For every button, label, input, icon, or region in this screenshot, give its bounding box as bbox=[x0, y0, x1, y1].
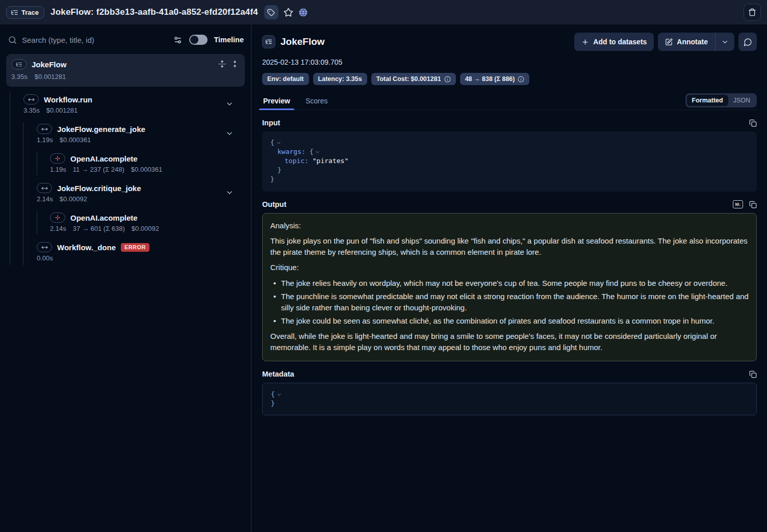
total-cost-badge: Total Cost: $0.001281 bbox=[371, 73, 456, 85]
tree-row-title: JokeFlow.generate_joke bbox=[57, 125, 145, 134]
tree-row-title: Workflow._done bbox=[57, 243, 116, 252]
star-icon bbox=[284, 8, 293, 17]
list-tree-icon bbox=[265, 38, 272, 45]
output-section-title: Output bbox=[262, 200, 287, 208]
span-type-icon bbox=[37, 183, 52, 193]
collapse-row-button[interactable] bbox=[225, 100, 234, 108]
trace-pill-icon bbox=[11, 59, 27, 69]
tree-row-openai-acomplete-1[interactable]: OpenAI.acomplete 1.19s 11 → 237 (Σ 248) … bbox=[0, 153, 251, 174]
info-icon bbox=[444, 76, 451, 83]
move-horizontal-icon bbox=[41, 185, 48, 192]
row-latency: 1.19s bbox=[37, 136, 53, 144]
move-horizontal-icon bbox=[41, 126, 48, 132]
output-analysis-text: This joke plays on the pun of "fish and … bbox=[270, 235, 749, 258]
filter-settings-icon[interactable] bbox=[173, 36, 182, 44]
tree-root-jokeflow[interactable]: JokeFlow 3.35s $0.001281 bbox=[6, 54, 245, 87]
search-icon bbox=[8, 36, 17, 44]
generation-type-icon bbox=[50, 153, 65, 164]
add-to-datasets-button[interactable]: Add to datasets bbox=[574, 33, 654, 51]
add-to-datasets-label: Add to datasets bbox=[593, 38, 647, 46]
span-type-icon bbox=[23, 94, 39, 104]
public-visibility-button[interactable] bbox=[298, 8, 308, 17]
markdown-toggle-icon[interactable]: M↓ bbox=[733, 200, 743, 208]
tree-row-title: OpenAI.acomplete bbox=[70, 154, 138, 163]
list-tree-icon bbox=[16, 61, 22, 68]
input-json-viewer[interactable]: { kwargs: { topic: "pirates" } } bbox=[262, 131, 757, 192]
pencil-square-icon bbox=[665, 38, 673, 46]
row-cost: $0.000361 bbox=[131, 166, 162, 173]
tag-button[interactable] bbox=[264, 5, 278, 19]
json-brace: { bbox=[310, 148, 314, 155]
annotate-button[interactable]: Annotate bbox=[658, 33, 715, 51]
collapse-row-button[interactable] bbox=[225, 129, 234, 138]
chevron-down-icon bbox=[721, 38, 729, 46]
unfold-vertical-icon bbox=[218, 60, 226, 68]
tree-row-title: OpenAI.acomplete bbox=[70, 214, 138, 222]
output-bullet-item: The punchline is somewhat predictable an… bbox=[270, 291, 749, 313]
tree-row-critique-joke[interactable]: JokeFlow.critique_joke 2.14s $0.00092 bbox=[0, 182, 251, 204]
metadata-section-title: Metadata bbox=[262, 370, 294, 378]
trace-header-icon bbox=[262, 35, 275, 48]
trace-tree-sidebar: Timeline JokeFlow 3.35s $0.001281 bbox=[0, 24, 251, 532]
output-bullet-item: The joke relies heavily on wordplay, whi… bbox=[270, 278, 749, 289]
copy-icon[interactable] bbox=[749, 201, 757, 208]
token-usage-badge: 48 → 838 (Σ 886) bbox=[460, 73, 530, 85]
copy-icon[interactable] bbox=[749, 119, 757, 127]
delete-trace-button[interactable] bbox=[744, 4, 761, 21]
json-string-value: "pirates" bbox=[313, 157, 348, 165]
env-badge: Env: default bbox=[262, 73, 309, 85]
info-icon bbox=[518, 76, 524, 83]
row-latency: 0.00s bbox=[37, 254, 53, 262]
collapse-caret-icon[interactable] bbox=[276, 140, 282, 146]
span-type-icon bbox=[37, 242, 52, 252]
trace-title: JokeFlow: f2bb3e13-aafb-41a0-a852-efd20f… bbox=[50, 7, 258, 17]
metadata-json-viewer[interactable]: { } bbox=[262, 383, 757, 415]
collapse-row-button[interactable] bbox=[225, 189, 234, 197]
tree-row-title: JokeFlow.critique_joke bbox=[57, 184, 141, 193]
trace-type-badge: Trace bbox=[6, 6, 44, 19]
tab-scores[interactable]: Scores bbox=[304, 94, 329, 110]
comments-button[interactable] bbox=[738, 33, 757, 51]
expand-all-button[interactable] bbox=[218, 60, 226, 68]
row-latency: 3.35s bbox=[23, 107, 40, 114]
collapse-caret-icon[interactable] bbox=[276, 392, 282, 397]
annotate-button-group: Annotate bbox=[658, 33, 734, 51]
tree-row-workflow-done[interactable]: Workflow._done ERROR 0.00s bbox=[0, 242, 251, 263]
chevron-down-icon bbox=[225, 100, 234, 108]
trace-badge-label: Trace bbox=[21, 9, 39, 16]
copy-icon[interactable] bbox=[749, 370, 757, 378]
tree-row-generate-joke[interactable]: JokeFlow.generate_joke 1.19s $0.000361 bbox=[0, 123, 251, 145]
fold-vertical-icon bbox=[231, 60, 239, 68]
format-toggle-json[interactable]: JSON bbox=[728, 95, 755, 106]
output-critique-label: Critique: bbox=[270, 262, 749, 273]
collapse-caret-icon[interactable] bbox=[315, 149, 320, 155]
row-tokens: 37 → 601 (Σ 638) bbox=[73, 225, 125, 232]
search-input[interactable] bbox=[22, 36, 168, 44]
collapse-all-button[interactable] bbox=[231, 60, 239, 68]
tree-row-openai-acomplete-2[interactable]: OpenAI.acomplete 2.14s 37 → 601 (Σ 638) … bbox=[0, 212, 251, 233]
error-status-badge: ERROR bbox=[121, 243, 149, 252]
generation-type-icon bbox=[50, 212, 65, 223]
format-toggle-formatted[interactable]: Formatted bbox=[687, 95, 728, 106]
page-title: JokeFlow bbox=[280, 36, 325, 47]
output-analysis-label: Analysis: bbox=[270, 220, 749, 231]
json-key: kwargs: bbox=[277, 148, 305, 155]
row-cost: $0.000361 bbox=[60, 136, 91, 144]
generation-pinwheel-icon bbox=[55, 215, 61, 221]
tab-preview[interactable]: Preview bbox=[262, 94, 291, 110]
json-brace: { bbox=[270, 139, 274, 146]
root-latency: 3.35s bbox=[11, 73, 28, 81]
message-circle-icon bbox=[744, 38, 752, 46]
output-markdown-viewer: Analysis: This joke plays on the pun of … bbox=[262, 213, 757, 361]
row-latency: 1.19s bbox=[50, 166, 66, 173]
output-overall-text: Overall, while the joke is light-hearted… bbox=[270, 331, 749, 353]
tree-row-workflow-run[interactable]: Workflow.run 3.35s $0.001281 bbox=[0, 94, 251, 115]
trace-timestamp: 2025-02-13 17:03:09.705 bbox=[262, 58, 757, 66]
move-horizontal-icon bbox=[28, 96, 35, 103]
timeline-toggle[interactable] bbox=[189, 35, 208, 45]
tree-root-title: JokeFlow bbox=[32, 60, 66, 69]
star-button[interactable] bbox=[284, 8, 293, 17]
chevron-down-icon bbox=[225, 189, 234, 197]
annotate-dropdown-button[interactable] bbox=[715, 33, 734, 51]
row-latency: 2.14s bbox=[50, 225, 66, 232]
